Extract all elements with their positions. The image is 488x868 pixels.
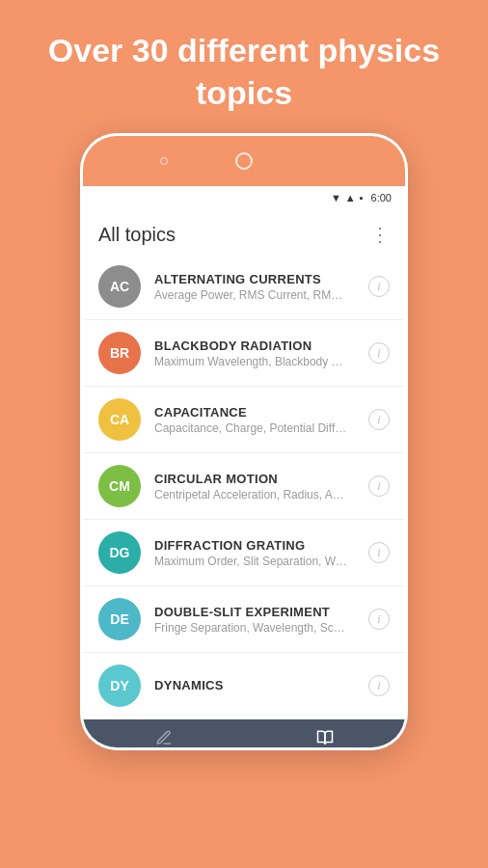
topic-avatar: CM: [98, 465, 141, 507]
topic-name: CAPACITANCE: [154, 405, 368, 420]
nav-icon-all-topics: [316, 729, 334, 751]
topic-info: BLACKBODY RADIATION Maximum Wavelength, …: [154, 339, 368, 368]
header-section: Over 30 different physics topics: [0, 0, 488, 133]
app-content: All topics ⋮ AC ALTERNATING CURRENTS Ave…: [83, 209, 405, 719]
battery-icon: ▪: [360, 192, 364, 203]
topic-avatar: BR: [98, 332, 141, 374]
signal-bars-icon: ▲: [345, 192, 356, 203]
topic-info: DYNAMICS: [154, 678, 368, 694]
home-circle: [235, 152, 253, 170]
topic-name: BLACKBODY RADIATION: [154, 339, 368, 353]
camera-dot: [160, 157, 168, 165]
topic-avatar: DE: [98, 598, 141, 640]
topic-subtitle: Average Power, RMS Current, RMS Volt...: [154, 288, 347, 302]
topic-info: ALTERNATING CURRENTS Average Power, RMS …: [154, 272, 368, 302]
topic-info: DOUBLE-SLIT EXPERIMENT Fringe Separation…: [154, 605, 368, 635]
phone-outer: ▼ ▲ ▪ 6:00 All topics ⋮ AC ALTERNATING C…: [80, 133, 408, 750]
topic-item[interactable]: CM CIRCULAR MOTION Centripetal Accelerat…: [83, 453, 405, 520]
topic-info: DIFFRACTION GRATING Maximum Order, Slit …: [154, 538, 368, 568]
topic-item[interactable]: BR BLACKBODY RADIATION Maximum Wavelengt…: [83, 320, 405, 387]
topic-info: CIRCULAR MOTION Centripetal Acceleration…: [154, 472, 368, 502]
info-icon[interactable]: i: [368, 276, 390, 297]
nav-icon-practice: [155, 729, 173, 751]
topic-subtitle: Fringe Separation, Wavelength, Screen ..…: [154, 621, 347, 635]
topic-subtitle: Maximum Order, Slit Separation, Wavele..…: [154, 555, 347, 568]
topic-name: DYNAMICS: [154, 678, 368, 692]
phone-top-bar: [83, 136, 405, 186]
topic-avatar: DY: [98, 665, 141, 707]
topic-name: ALTERNATING CURRENTS: [154, 272, 368, 286]
phone-wrapper: ▼ ▲ ▪ 6:00 All topics ⋮ AC ALTERNATING C…: [80, 133, 408, 750]
info-icon[interactable]: i: [368, 342, 390, 364]
nav-item-all-topics[interactable]: All topics: [244, 719, 405, 750]
info-icon[interactable]: i: [368, 542, 390, 563]
info-icon[interactable]: i: [368, 609, 390, 630]
topic-name: DIFFRACTION GRATING: [154, 538, 368, 553]
info-icon[interactable]: i: [368, 475, 390, 497]
topic-item[interactable]: DG DIFFRACTION GRATING Maximum Order, Sl…: [83, 520, 405, 586]
topic-item[interactable]: CA CAPACITANCE Capacitance, Charge, Pote…: [83, 387, 405, 453]
app-title: All topics: [98, 224, 176, 246]
info-icon[interactable]: i: [368, 675, 390, 696]
more-button[interactable]: ⋮: [370, 223, 391, 246]
topic-avatar: DG: [98, 531, 141, 574]
status-time: 6:00: [371, 192, 392, 203]
topic-item[interactable]: DY DYNAMICS i: [83, 653, 405, 719]
topic-avatar: AC: [98, 265, 141, 308]
topic-name: DOUBLE-SLIT EXPERIMENT: [154, 605, 368, 619]
topic-list: AC ALTERNATING CURRENTS Average Power, R…: [83, 254, 405, 719]
topic-name: CIRCULAR MOTION: [154, 472, 368, 486]
topic-avatar: CA: [98, 398, 141, 441]
bottom-nav: Practice All topics: [83, 719, 405, 750]
topic-subtitle: Centripetal Acceleration, Radius, Angul.…: [154, 488, 347, 502]
topic-item[interactable]: DE DOUBLE-SLIT EXPERIMENT Fringe Separat…: [83, 586, 405, 653]
wifi-icon: ▼: [331, 192, 341, 203]
topic-info: CAPACITANCE Capacitance, Charge, Potenti…: [154, 405, 368, 435]
topic-item[interactable]: AC ALTERNATING CURRENTS Average Power, R…: [83, 254, 405, 320]
nav-item-practice[interactable]: Practice: [83, 719, 244, 750]
page-headline: Over 30 different physics topics: [39, 29, 449, 114]
info-icon[interactable]: i: [368, 409, 390, 430]
status-bar: ▼ ▲ ▪ 6:00: [83, 186, 405, 209]
topic-subtitle: Maximum Wavelength, Blackbody Temp...: [154, 355, 347, 368]
app-header: All topics ⋮: [83, 209, 405, 254]
topic-subtitle: Capacitance, Charge, Potential Differen.…: [154, 421, 347, 435]
